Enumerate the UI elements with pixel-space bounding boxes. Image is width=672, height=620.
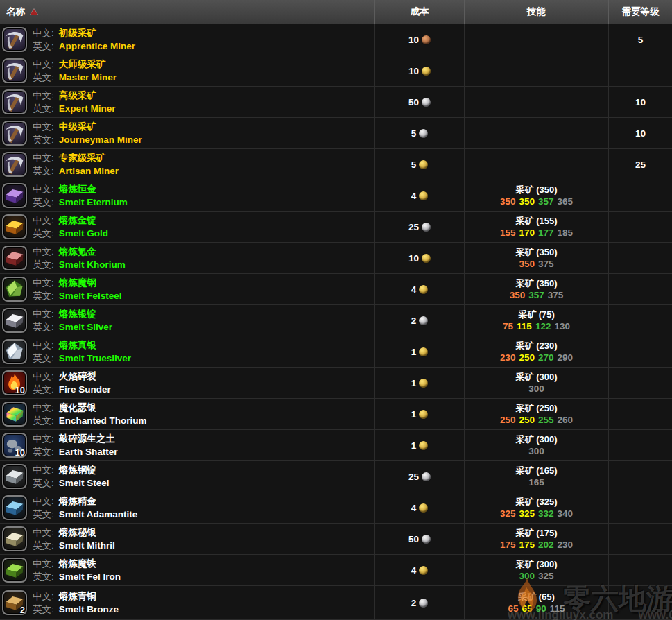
spell-name-en[interactable]: Enchanted Thorium bbox=[59, 415, 147, 426]
spell-icon[interactable]: 10 bbox=[2, 433, 27, 458]
cost-amount: 1 bbox=[411, 347, 417, 357]
spell-name-cn[interactable]: 熔炼恒金 bbox=[59, 184, 96, 194]
cn-label: 中文: bbox=[33, 465, 54, 475]
spell-icon[interactable] bbox=[2, 246, 27, 270]
name-cell: 中文:高级采矿 英文:Expert Miner bbox=[0, 87, 374, 117]
required-level bbox=[608, 524, 672, 554]
spell-name-en[interactable]: Smelt Bronze bbox=[59, 604, 119, 614]
column-header-level[interactable]: 需要等级 bbox=[608, 0, 672, 24]
en-label: 英文: bbox=[33, 197, 54, 207]
skill-up-levels: 350350357365 bbox=[498, 196, 574, 207]
spell-names: 中文:高级采矿 英文:Expert Miner bbox=[33, 89, 116, 115]
spell-name-en[interactable]: Smelt Truesilver bbox=[59, 353, 131, 363]
spell-name-en[interactable]: Journeyman Miner bbox=[59, 135, 142, 145]
spell-icon[interactable]: 2 bbox=[2, 590, 27, 615]
spell-icon[interactable]: 10 bbox=[2, 370, 27, 395]
spell-icon[interactable] bbox=[2, 558, 27, 583]
spell-icon[interactable] bbox=[2, 339, 27, 364]
skill-up-levels: 300325 bbox=[517, 570, 555, 582]
spell-name-cn[interactable]: 熔炼秘银 bbox=[59, 527, 96, 537]
skill-step: 202 bbox=[538, 540, 554, 550]
spell-icon[interactable] bbox=[2, 58, 27, 83]
spell-name-en[interactable]: Expert Miner bbox=[59, 103, 116, 114]
spell-names: 中文:熔炼精金 英文:Smelt Adamantite bbox=[33, 494, 137, 521]
spell-name-cn[interactable]: 敲碎源生之土 bbox=[59, 433, 115, 444]
spell-name-cn[interactable]: 中级采矿 bbox=[59, 121, 96, 132]
skill-requirement: 采矿 (250) bbox=[516, 403, 558, 414]
spell-icon[interactable] bbox=[2, 152, 27, 177]
spell-name-cn[interactable]: 熔炼金锭 bbox=[59, 215, 96, 225]
table-row: 中文:熔炼银锭 英文:Smelt Silver 2 采矿 (75) 751151… bbox=[0, 305, 672, 336]
spell-name-en[interactable]: Smelt Steel bbox=[59, 478, 110, 488]
spell-name-cn[interactable]: 初级采矿 bbox=[59, 28, 96, 38]
spell-name-cn[interactable]: 大师级采矿 bbox=[59, 59, 106, 69]
cost-amount: 25 bbox=[408, 472, 419, 482]
column-header-cost[interactable]: 成本 bbox=[374, 0, 464, 24]
spell-name-cn[interactable]: 熔炼魔铁 bbox=[59, 558, 96, 569]
skill-up-levels: 350375 bbox=[517, 258, 555, 270]
en-label: 英文: bbox=[33, 291, 54, 301]
spell-icon[interactable] bbox=[2, 308, 27, 333]
spell-name-en[interactable]: Artisan Miner bbox=[59, 166, 119, 176]
table-row: 中文:熔炼真银 英文:Smelt Truesilver 1 采矿 (230) 2… bbox=[0, 336, 672, 368]
spell-name-en[interactable]: Fire Sunder bbox=[59, 384, 111, 395]
spell-name-en[interactable]: Smelt Felsteel bbox=[59, 291, 122, 301]
skill-step: 175 bbox=[519, 540, 535, 550]
skill-cell: 采矿 (350) 350375 bbox=[464, 243, 608, 273]
spell-name-cn[interactable]: 熔炼真银 bbox=[59, 340, 96, 350]
skill-up-levels: 155170177185 bbox=[498, 227, 574, 239]
required-level bbox=[608, 336, 672, 367]
spell-name-en[interactable]: Smelt Gold bbox=[59, 228, 108, 239]
spell-name-cn[interactable]: 高级采矿 bbox=[59, 90, 96, 101]
required-level: 25 bbox=[608, 149, 672, 180]
skill-step: 115 bbox=[550, 603, 565, 614]
spell-name-cn[interactable]: 火焰碎裂 bbox=[59, 371, 96, 381]
en-label: 英文: bbox=[33, 509, 54, 519]
spell-name-cn[interactable]: 熔炼钢锭 bbox=[59, 465, 96, 475]
cost-cell: 1 bbox=[374, 399, 464, 429]
skill-requirement: 采矿 (350) bbox=[516, 184, 558, 196]
spell-name-cn[interactable]: 熔炼魔钢 bbox=[59, 277, 96, 288]
coin-icon bbox=[419, 129, 428, 138]
spell-icon[interactable] bbox=[2, 89, 27, 114]
skill-up-levels: 656590115 bbox=[506, 603, 567, 614]
spell-icon[interactable] bbox=[2, 183, 27, 208]
spell-icon[interactable] bbox=[2, 27, 27, 52]
spell-icon[interactable] bbox=[2, 526, 27, 551]
spell-names: 中文:熔炼魔铁 英文:Smelt Fel Iron bbox=[33, 557, 121, 583]
required-level: 10 bbox=[608, 118, 672, 148]
required-level bbox=[608, 55, 672, 86]
spell-name-en[interactable]: Earth Shatter bbox=[59, 447, 118, 457]
spell-icon[interactable] bbox=[2, 214, 27, 239]
spell-name-cn[interactable]: 熔炼精金 bbox=[59, 496, 96, 506]
cost-cell: 50 bbox=[374, 87, 464, 117]
spell-name-en[interactable]: Smelt Eternium bbox=[59, 197, 128, 207]
column-header-skill[interactable]: 技能 bbox=[464, 0, 608, 24]
spell-icon[interactable] bbox=[2, 277, 27, 302]
spell-name-cn[interactable]: 熔炼氪金 bbox=[59, 246, 96, 257]
spell-name-en[interactable]: Smelt Mithril bbox=[59, 540, 115, 551]
skill-step: 230 bbox=[500, 352, 516, 363]
skill-step: 300 bbox=[519, 571, 535, 581]
spell-icon[interactable] bbox=[2, 402, 27, 427]
spell-name-en[interactable]: Smelt Adamantite bbox=[59, 509, 138, 519]
spell-name-cn[interactable]: 熔炼银锭 bbox=[59, 309, 96, 319]
spell-icon[interactable] bbox=[2, 464, 27, 489]
spell-name-cn[interactable]: 魔化瑟银 bbox=[59, 402, 96, 413]
required-level bbox=[608, 555, 672, 585]
spell-icon[interactable] bbox=[2, 121, 27, 146]
spell-name-cn[interactable]: 熔炼青铜 bbox=[59, 591, 96, 601]
spell-name-en[interactable]: Smelt Khorium bbox=[59, 259, 126, 270]
column-header-name[interactable]: 名称 bbox=[0, 0, 374, 24]
spell-names: 中文:初级采矿 英文:Apprentice Miner bbox=[33, 26, 135, 53]
spell-name-cn[interactable]: 专家级采矿 bbox=[59, 153, 106, 163]
spell-name-en[interactable]: Smelt Silver bbox=[59, 322, 112, 332]
spell-icon[interactable] bbox=[2, 495, 27, 520]
spell-name-en[interactable]: Apprentice Miner bbox=[59, 41, 135, 51]
spell-name-en[interactable]: Master Miner bbox=[59, 72, 117, 83]
spell-names: 中文:熔炼金锭 英文:Smelt Gold bbox=[33, 214, 108, 240]
cost-amount: 2 bbox=[411, 316, 417, 326]
cn-label: 中文: bbox=[33, 28, 54, 38]
skill-requirement: 采矿 (350) bbox=[516, 278, 558, 289]
spell-name-en[interactable]: Smelt Fel Iron bbox=[59, 571, 121, 582]
